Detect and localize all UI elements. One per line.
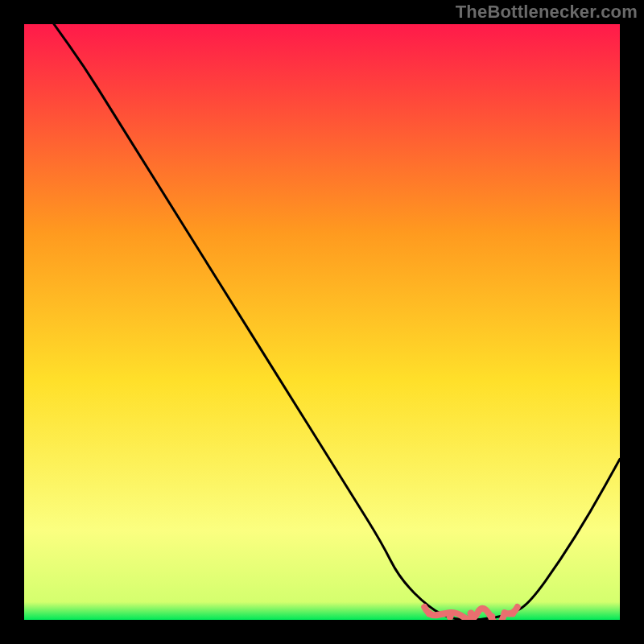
minimum-dot: [426, 610, 433, 617]
chart-frame: TheBottlenecker.com: [0, 0, 644, 644]
minimum-dot: [509, 610, 516, 617]
minimum-dot: [468, 610, 475, 617]
attribution-text: TheBottlenecker.com: [456, 2, 638, 23]
chart-plot-area: [24, 24, 620, 620]
chart-svg: [24, 24, 620, 620]
